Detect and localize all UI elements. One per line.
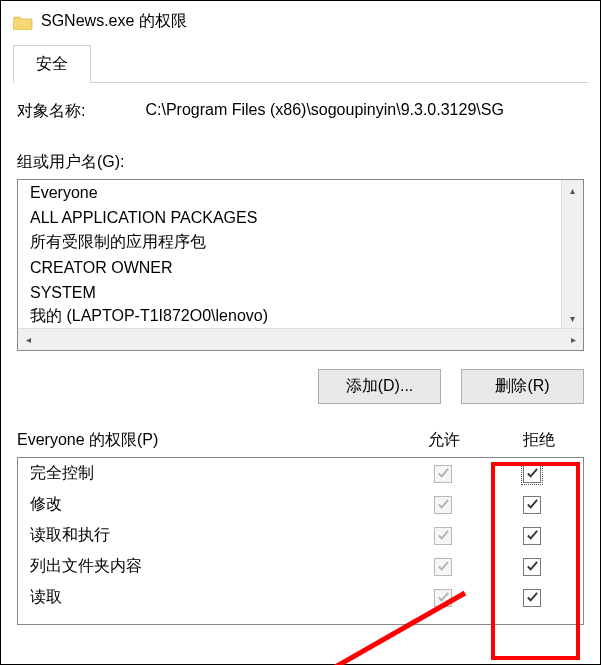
remove-button[interactable]: 删除(R) [461,369,584,404]
permissions-dialog: SGNews.exe 的权限 安全 对象名称: C:\Program Files… [0,0,601,665]
cell-deny [493,527,571,545]
permission-name: 完全控制 [30,463,393,484]
tab-underline [13,82,588,83]
cell-deny [493,558,571,576]
cell-allow [393,558,493,576]
groups-label: 组或用户名(G): [17,152,584,173]
object-label: 对象名称: [17,101,85,122]
permission-name: 修改 [30,494,393,515]
group-item[interactable]: Everyone [18,180,561,205]
permission-row: 修改 [18,489,583,520]
cell-deny [493,589,571,607]
cell-deny [493,465,571,483]
groups-listbox[interactable]: EveryoneALL APPLICATION PACKAGES所有受限制的应用… [17,179,584,351]
tabs: 安全 [1,44,600,82]
scroll-down-icon[interactable]: ▾ [562,308,584,328]
permissions-list: 完全控制修改读取和执行列出文件夹内容读取 [17,457,584,625]
object-row: 对象名称: C:\Program Files (x86)\sogoupinyin… [17,101,584,122]
permission-row: 读取和执行 [18,520,583,551]
checkbox-deny[interactable] [523,589,541,607]
group-item-label: CREATOR OWNER [30,259,173,277]
column-deny: 拒绝 [494,430,584,451]
cell-allow [393,527,493,545]
tab-security[interactable]: 安全 [13,45,91,83]
group-item-label: Everyone [30,184,98,202]
remove-button-label: 删除(R) [495,377,549,394]
group-item[interactable]: 所有受限制的应用程序包 [18,230,561,255]
group-item-label: 所有受限制的应用程序包 [30,232,206,253]
checkbox-allow [434,465,452,483]
cell-allow [393,465,493,483]
cell-allow [393,496,493,514]
v-scrollbar[interactable]: ▴ ▾ [561,180,583,328]
permission-row: 完全控制 [18,458,583,489]
checkbox-deny[interactable] [523,527,541,545]
permission-row: 读取 [18,582,583,613]
group-item-label: ALL APPLICATION PACKAGES [30,209,257,227]
column-allow: 允许 [394,430,494,451]
group-item-label: SYSTEM [30,284,96,302]
permissions-header: Everyone 的权限(P) 允许 拒绝 [17,430,584,451]
group-item[interactable]: CREATOR OWNER [18,255,561,280]
group-item[interactable]: 我的 (LAPTOP-T1I872O0\lenovo) [18,305,561,327]
checkbox-deny[interactable] [523,465,541,483]
checkbox-allow [434,589,452,607]
scroll-left-icon[interactable]: ◂ [18,329,38,351]
add-button[interactable]: 添加(D)... [318,369,441,404]
permissions-title: Everyone 的权限(P) [17,430,394,451]
window-title: SGNews.exe 的权限 [41,11,187,32]
folder-icon [13,14,33,30]
titlebar: SGNews.exe 的权限 [1,1,600,44]
tab-security-label: 安全 [36,55,68,72]
scroll-up-icon[interactable]: ▴ [562,180,584,200]
permission-name: 读取 [30,587,393,608]
checkbox-allow [434,527,452,545]
button-row: 添加(D)... 删除(R) [17,369,584,404]
checkbox-allow [434,496,452,514]
permission-row: 列出文件夹内容 [18,551,583,582]
scroll-right-icon[interactable]: ▸ [563,329,583,351]
group-item[interactable]: SYSTEM [18,280,561,305]
checkbox-deny[interactable] [523,496,541,514]
group-item[interactable]: ALL APPLICATION PACKAGES [18,205,561,230]
object-path: C:\Program Files (x86)\sogoupinyin\9.3.0… [145,101,503,122]
permission-name: 列出文件夹内容 [30,556,393,577]
add-button-label: 添加(D)... [346,377,414,394]
permission-name: 读取和执行 [30,525,393,546]
cell-deny [493,496,571,514]
checkbox-allow [434,558,452,576]
group-item-label: 我的 (LAPTOP-T1I872O0\lenovo) [30,306,268,327]
cell-allow [393,589,493,607]
h-scrollbar[interactable]: ◂ ▸ [18,328,583,350]
content: 对象名称: C:\Program Files (x86)\sogoupinyin… [1,83,600,664]
checkbox-deny[interactable] [523,558,541,576]
